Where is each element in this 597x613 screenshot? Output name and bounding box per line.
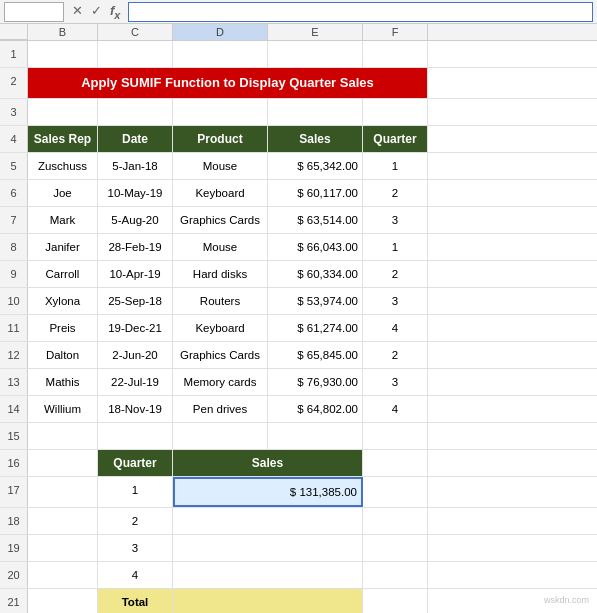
cell-c18[interactable]: 2: [98, 508, 173, 534]
cell-b15[interactable]: [28, 423, 98, 449]
summary-header-sales[interactable]: Sales: [173, 450, 363, 476]
cell-f10[interactable]: 3: [363, 288, 428, 314]
col-header-b[interactable]: B: [28, 24, 98, 40]
cell-f21[interactable]: [363, 589, 428, 613]
header-sales[interactable]: Sales: [268, 126, 363, 152]
cell-e3[interactable]: [268, 99, 363, 125]
col-header-f[interactable]: F: [363, 24, 428, 40]
cell-e9[interactable]: $ 60,334.00: [268, 261, 363, 287]
cell-b13[interactable]: Mathis: [28, 369, 98, 395]
cell-b3[interactable]: [28, 99, 98, 125]
cell-d11[interactable]: Keyboard: [173, 315, 268, 341]
cell-b20[interactable]: [28, 562, 98, 588]
cell-f16[interactable]: [363, 450, 428, 476]
cell-c9[interactable]: 10-Apr-19: [98, 261, 173, 287]
cell-d21-total[interactable]: [173, 589, 363, 613]
cell-b6[interactable]: Joe: [28, 180, 98, 206]
cell-f5[interactable]: 1: [363, 153, 428, 179]
cell-b17[interactable]: [28, 477, 98, 507]
cell-b7[interactable]: Mark: [28, 207, 98, 233]
header-sales-rep[interactable]: Sales Rep: [28, 126, 98, 152]
cell-b16[interactable]: [28, 450, 98, 476]
cell-d14[interactable]: Pen drives: [173, 396, 268, 422]
cell-e11[interactable]: $ 61,274.00: [268, 315, 363, 341]
cell-f12[interactable]: 2: [363, 342, 428, 368]
cell-e1[interactable]: [268, 41, 363, 67]
cell-e6[interactable]: $ 60,117.00: [268, 180, 363, 206]
cell-d13[interactable]: Memory cards: [173, 369, 268, 395]
cell-b21[interactable]: [28, 589, 98, 613]
cell-c14[interactable]: 18-Nov-19: [98, 396, 173, 422]
cell-c12[interactable]: 2-Jun-20: [98, 342, 173, 368]
cell-f7[interactable]: 3: [363, 207, 428, 233]
cell-b14[interactable]: Willium: [28, 396, 98, 422]
cell-e13[interactable]: $ 76,930.00: [268, 369, 363, 395]
cell-f3[interactable]: [363, 99, 428, 125]
cell-d15[interactable]: [173, 423, 268, 449]
cell-c10[interactable]: 25-Sep-18: [98, 288, 173, 314]
cell-f15[interactable]: [363, 423, 428, 449]
cell-e7[interactable]: $ 63,514.00: [268, 207, 363, 233]
cell-d10[interactable]: Routers: [173, 288, 268, 314]
cell-d17-selected[interactable]: $ 131,385.00: [173, 477, 363, 507]
cell-d12[interactable]: Graphics Cards: [173, 342, 268, 368]
cell-b10[interactable]: Xylona: [28, 288, 98, 314]
cell-c19[interactable]: 3: [98, 535, 173, 561]
cell-f18[interactable]: [363, 508, 428, 534]
cell-c20[interactable]: 4: [98, 562, 173, 588]
cell-b1[interactable]: [28, 41, 98, 67]
cell-c7[interactable]: 5-Aug-20: [98, 207, 173, 233]
cell-c3[interactable]: [98, 99, 173, 125]
cell-c8[interactable]: 28-Feb-19: [98, 234, 173, 260]
cell-c1[interactable]: [98, 41, 173, 67]
cell-b8[interactable]: Janifer: [28, 234, 98, 260]
cell-b18[interactable]: [28, 508, 98, 534]
cell-d9[interactable]: Hard disks: [173, 261, 268, 287]
cell-d20[interactable]: [173, 562, 363, 588]
cell-f13[interactable]: 3: [363, 369, 428, 395]
cell-c13[interactable]: 22-Jul-19: [98, 369, 173, 395]
cell-d1[interactable]: [173, 41, 268, 67]
cell-c5[interactable]: 5-Jan-18: [98, 153, 173, 179]
cell-c17[interactable]: 1: [98, 477, 173, 507]
cell-e12[interactable]: $ 65,845.00: [268, 342, 363, 368]
cell-f19[interactable]: [363, 535, 428, 561]
cell-b9[interactable]: Carroll: [28, 261, 98, 287]
header-product[interactable]: Product: [173, 126, 268, 152]
cell-c21-total[interactable]: Total: [98, 589, 173, 613]
cell-d5[interactable]: Mouse: [173, 153, 268, 179]
cell-f14[interactable]: 4: [363, 396, 428, 422]
cell-reference[interactable]: D17: [4, 2, 64, 22]
cell-c11[interactable]: 19-Dec-21: [98, 315, 173, 341]
cell-d3[interactable]: [173, 99, 268, 125]
col-header-e[interactable]: E: [268, 24, 363, 40]
cell-b11[interactable]: Preis: [28, 315, 98, 341]
cell-f11[interactable]: 4: [363, 315, 428, 341]
cell-f17[interactable]: [363, 477, 428, 507]
header-quarter[interactable]: Quarter: [363, 126, 428, 152]
cell-f6[interactable]: 2: [363, 180, 428, 206]
formula-input[interactable]: =SUMIF(F5:F14,C17,E5:E14): [128, 2, 593, 22]
cell-d19[interactable]: [173, 535, 363, 561]
cancel-icon[interactable]: ✕: [70, 3, 85, 21]
cell-b19[interactable]: [28, 535, 98, 561]
cell-c6[interactable]: 10-May-19: [98, 180, 173, 206]
cell-d6[interactable]: Keyboard: [173, 180, 268, 206]
cell-e10[interactable]: $ 53,974.00: [268, 288, 363, 314]
cell-c15[interactable]: [98, 423, 173, 449]
cell-f1[interactable]: [363, 41, 428, 67]
cell-d7[interactable]: Graphics Cards: [173, 207, 268, 233]
cell-e8[interactable]: $ 66,043.00: [268, 234, 363, 260]
confirm-icon[interactable]: ✓: [89, 3, 104, 21]
cell-d8[interactable]: Mouse: [173, 234, 268, 260]
cell-f20[interactable]: [363, 562, 428, 588]
insert-function-icon[interactable]: fx: [108, 3, 122, 21]
cell-e15[interactable]: [268, 423, 363, 449]
cell-e14[interactable]: $ 64,802.00: [268, 396, 363, 422]
cell-e5[interactable]: $ 65,342.00: [268, 153, 363, 179]
header-date[interactable]: Date: [98, 126, 173, 152]
cell-f9[interactable]: 2: [363, 261, 428, 287]
cell-f8[interactable]: 1: [363, 234, 428, 260]
cell-d18[interactable]: [173, 508, 363, 534]
col-header-c[interactable]: C: [98, 24, 173, 40]
